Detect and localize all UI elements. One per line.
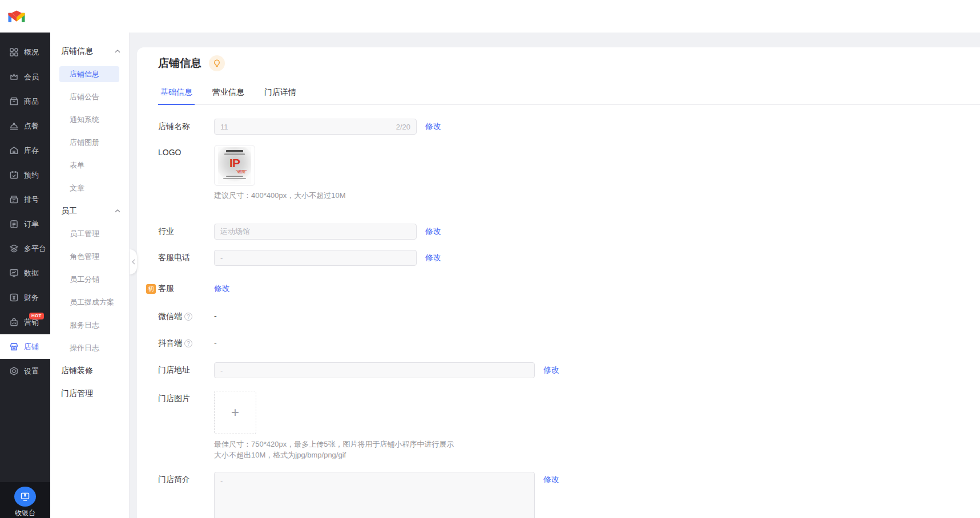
multi-platform-layers-icon	[9, 244, 19, 253]
question-circle-icon[interactable]: ?	[184, 313, 192, 321]
industry-input[interactable]: 运动场馆	[214, 224, 417, 240]
cashier-label: 收银台	[15, 508, 35, 518]
customer-service-label: 初 客服	[158, 281, 214, 294]
cash-register-icon	[19, 491, 31, 503]
wechat-label: 微信端 ?	[158, 309, 214, 322]
data-chart-icon	[9, 268, 19, 278]
photos-hint-1: 最佳尺寸：750*420px，最多上传5张，图片将用于店铺小程序中进行展示	[214, 439, 454, 450]
lightbulb-icon[interactable]	[209, 55, 225, 71]
modify-address-link[interactable]: 修改	[543, 362, 559, 375]
top-bar	[0, 0, 980, 33]
sidebar-item-data[interactable]: 数据	[0, 261, 50, 285]
modify-customer-service-link[interactable]: 修改	[214, 281, 230, 294]
food-cloche-icon	[9, 121, 19, 131]
goods-box-icon	[9, 96, 19, 106]
hot-badge: HOT	[29, 313, 44, 319]
nav-item-role-management[interactable]: 角色管理	[59, 249, 119, 265]
chevron-up-icon	[115, 209, 120, 213]
booking-calendar-icon	[9, 170, 19, 180]
nav-item-notification-system[interactable]: 通知系统	[59, 112, 119, 128]
service-phone-label: 客服电话	[158, 250, 214, 263]
cashier-button[interactable]	[14, 487, 36, 507]
sidebar-item-order-food[interactable]: 点餐	[0, 114, 50, 138]
sidebar-item-inventory[interactable]: 库存	[0, 138, 50, 163]
char-counter: 2/20	[396, 123, 410, 131]
tab-branch-detail[interactable]: 门店详情	[262, 82, 299, 104]
sidebar-item-queue[interactable]: 排号	[0, 187, 50, 212]
sidebar-item-marketing[interactable]: 营销 HOT	[0, 310, 50, 334]
store-intro-textarea[interactable]: - 1/200	[214, 472, 535, 518]
nav-item-forms[interactable]: 表单	[59, 157, 119, 173]
nav-item-staff-distribution[interactable]: 员工分销	[59, 272, 119, 288]
store-logo-image: IP “破圈”	[214, 145, 255, 186]
plus-icon: +	[231, 404, 239, 420]
douyin-label: 抖音端 ?	[158, 335, 214, 349]
question-circle-icon[interactable]: ?	[184, 339, 192, 347]
content-card: 店铺信息 基础信息 营业信息 门店详情 店铺名称 11 2/20 修改	[137, 47, 980, 518]
sidebar-item-members[interactable]: 会员	[0, 64, 50, 89]
finance-yuan-icon	[9, 293, 19, 302]
sidebar-item-booking[interactable]: 预约	[0, 163, 50, 187]
sidebar-item-overview[interactable]: 概况	[0, 40, 50, 64]
store-name-label: 店铺名称	[158, 119, 214, 132]
service-phone-input[interactable]: -	[214, 250, 417, 266]
gmail-m-logo-icon	[8, 10, 25, 23]
store-intro-label: 门店简介	[158, 472, 214, 485]
nav-item-staff-management[interactable]: 员工管理	[59, 226, 119, 242]
inventory-icon	[9, 145, 19, 155]
modify-store-name-link[interactable]: 修改	[425, 119, 441, 132]
nav-item-articles[interactable]: 文章	[59, 180, 119, 196]
nav-group-branch-management[interactable]: 门店管理	[50, 386, 129, 402]
page-title: 店铺信息	[158, 56, 201, 71]
address-label: 门店地址	[158, 362, 214, 375]
sidebar-item-finance[interactable]: 财务	[0, 285, 50, 310]
modify-industry-link[interactable]: 修改	[425, 224, 441, 237]
sidebar-item-goods[interactable]: 商品	[0, 89, 50, 114]
sidebar-item-multi-platform[interactable]: 多平台	[0, 236, 50, 261]
marketing-bag-icon	[9, 317, 19, 327]
beginner-badge: 初	[146, 284, 156, 294]
tab-business-info[interactable]: 营业信息	[210, 82, 247, 104]
queue-ticket-icon	[9, 195, 19, 204]
cashier-section: 收银台	[0, 482, 50, 518]
sidebar-item-orders[interactable]: 订单	[0, 212, 50, 236]
dashboard-icon	[9, 47, 19, 57]
main-area: 店铺信息 基础信息 营业信息 门店详情 店铺名称 11 2/20 修改	[130, 33, 980, 518]
nav-item-staff-commission-plan[interactable]: 员工提成方案	[59, 294, 119, 310]
nav-item-store-announcement[interactable]: 店铺公告	[59, 89, 119, 105]
tab-basic-info[interactable]: 基础信息	[158, 82, 195, 105]
nav-group-store-info[interactable]: 店铺信息	[50, 43, 129, 59]
nav-group-store-decoration[interactable]: 店铺装修	[50, 363, 129, 379]
orders-clipboard-icon	[9, 219, 19, 229]
industry-label: 行业	[158, 224, 214, 237]
store-photos-label: 门店图片	[158, 391, 214, 404]
store-name-input[interactable]: 11 2/20	[214, 119, 417, 135]
nav-group-staff[interactable]: 员工	[50, 203, 129, 219]
upload-photo-button[interactable]: +	[214, 391, 256, 434]
logo-label: LOGO	[158, 145, 214, 157]
nav-item-operation-log[interactable]: 操作日志	[59, 340, 119, 356]
sidebar-item-store[interactable]: 店铺	[0, 334, 50, 359]
nav-item-store-album[interactable]: 店铺图册	[59, 135, 119, 151]
address-input[interactable]: -	[214, 362, 535, 378]
modify-store-intro-link[interactable]: 修改	[543, 472, 559, 485]
nav-item-store-info[interactable]: 店铺信息	[59, 66, 119, 82]
secondary-sidebar: 店铺信息 店铺信息 店铺公告 通知系统 店铺图册 表单 文章 员工 员工管理 角…	[50, 33, 130, 518]
member-crown-icon	[9, 72, 19, 82]
chevron-left-icon	[132, 259, 135, 265]
nav-item-service-log[interactable]: 服务日志	[59, 317, 119, 333]
sidebar-item-settings[interactable]: 设置	[0, 359, 50, 383]
primary-sidebar: 概况 会员 商品 点餐 库存 预约	[0, 33, 50, 518]
settings-gear-icon	[9, 366, 19, 376]
logo-hint: 建议尺寸：400*400px，大小不超过10M	[214, 190, 345, 201]
photos-hint-2: 大小不超出10M，格式为jpg/bmp/png/gif	[214, 450, 454, 460]
store-front-icon	[9, 342, 19, 351]
wechat-value: -	[214, 309, 217, 321]
modify-service-phone-link[interactable]: 修改	[425, 250, 441, 263]
tab-bar: 基础信息 营业信息 门店详情	[158, 82, 980, 105]
collapse-sidebar-handle[interactable]	[130, 249, 137, 274]
chevron-up-icon	[115, 50, 120, 53]
store-info-form: 店铺名称 11 2/20 修改 LOGO IP	[158, 119, 980, 518]
douyin-value: -	[214, 335, 217, 347]
